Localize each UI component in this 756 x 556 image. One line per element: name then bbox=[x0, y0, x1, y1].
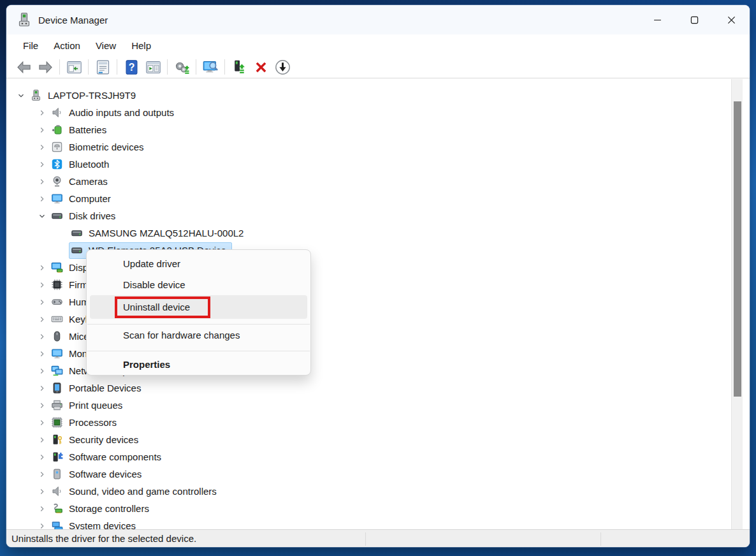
computer-icon bbox=[51, 193, 64, 205]
menu-action[interactable]: Action bbox=[46, 37, 88, 54]
device-update-icon bbox=[231, 59, 248, 76]
portable-icon bbox=[51, 382, 64, 395]
tree-item-audio-inputs-and-outputs[interactable]: Audio inputs and outputs bbox=[6, 104, 750, 121]
chevron-right-icon[interactable] bbox=[35, 519, 49, 530]
tree-item-label: Disk drives bbox=[69, 210, 115, 221]
processor-icon bbox=[51, 416, 64, 429]
minimize-button[interactable] bbox=[639, 5, 676, 34]
show-hide-console-tree-button[interactable] bbox=[63, 57, 85, 77]
properties-button[interactable] bbox=[92, 57, 113, 77]
vertical-scrollbar[interactable] bbox=[731, 79, 743, 529]
statusbar: Uninstalls the driver for the selected d… bbox=[6, 529, 750, 547]
chevron-right-icon[interactable] bbox=[35, 123, 49, 137]
disk-icon bbox=[71, 227, 84, 240]
update-driver-button[interactable] bbox=[171, 57, 193, 77]
update-driver-icon bbox=[173, 59, 191, 76]
tree-item-label: Software devices bbox=[69, 469, 142, 479]
software-device-icon bbox=[51, 468, 64, 481]
context-menu: Update driverDisable deviceUninstall dev… bbox=[86, 249, 311, 376]
chevron-right-icon[interactable] bbox=[35, 106, 49, 120]
tree-item-system-devices[interactable]: System devices bbox=[6, 517, 750, 529]
back-icon bbox=[15, 59, 33, 76]
scan-for-hardware-changes-button[interactable] bbox=[200, 57, 221, 77]
chevron-right-icon[interactable] bbox=[35, 192, 49, 206]
help-button[interactable]: ? bbox=[120, 57, 142, 77]
window-title: Device Manager bbox=[38, 15, 108, 26]
disable-device-button[interactable] bbox=[272, 57, 293, 77]
tree-item-sound-video-and-game-controllers[interactable]: Sound, video and game controllers bbox=[6, 483, 750, 500]
chevron-right-icon[interactable] bbox=[35, 364, 49, 378]
tree-item-batteries[interactable]: Batteries bbox=[6, 121, 750, 138]
context-menu-item-update-driver[interactable]: Update driver bbox=[87, 253, 310, 274]
show-hide-action-pane-button[interactable] bbox=[142, 57, 164, 77]
chevron-right-icon[interactable] bbox=[35, 295, 49, 309]
tree-item-label: Biometric devices bbox=[69, 142, 144, 152]
tree-row-body: LAPTOP-TRSJH9T9 bbox=[28, 87, 142, 104]
keyboard-icon bbox=[51, 313, 64, 326]
scrollbar-thumb[interactable] bbox=[734, 101, 741, 397]
context-menu-item-properties[interactable]: Properties bbox=[87, 354, 310, 375]
tree-item-processors[interactable]: Processors bbox=[6, 414, 750, 431]
tree-item-software-components[interactable]: Software components bbox=[6, 448, 750, 465]
tree-item-software-devices[interactable]: Software devices bbox=[6, 465, 750, 483]
chevron-right-icon[interactable] bbox=[35, 175, 49, 189]
context-menu-item-scan-for-hardware-changes[interactable]: Scan for hardware changes bbox=[87, 325, 310, 346]
tree-row-body: Cameras bbox=[49, 173, 113, 190]
tree-item-storage-controllers[interactable]: Storage controllers bbox=[6, 500, 750, 517]
tree-item-cameras[interactable]: Cameras bbox=[6, 173, 750, 190]
chevron-right-icon[interactable] bbox=[35, 450, 49, 464]
chevron-right-icon[interactable] bbox=[35, 467, 49, 481]
chevron-right-icon[interactable] bbox=[35, 157, 49, 172]
chevron-right-icon[interactable] bbox=[35, 312, 49, 326]
menubar: FileActionViewHelp bbox=[6, 34, 750, 56]
chevron-right-icon[interactable] bbox=[35, 502, 49, 516]
chevron-right-icon[interactable] bbox=[35, 140, 49, 154]
back-button[interactable] bbox=[13, 57, 34, 77]
tree-item-portable-devices[interactable]: Portable Devices bbox=[6, 379, 750, 397]
statusbar-divider bbox=[600, 532, 601, 546]
tree-item-biometric-devices[interactable]: Biometric devices bbox=[6, 138, 750, 156]
context-menu-item-disable-device[interactable]: Disable device bbox=[87, 274, 310, 295]
uninstall-device-button[interactable] bbox=[250, 57, 272, 77]
chevron-right-icon[interactable] bbox=[35, 433, 49, 447]
chevron-right-icon[interactable] bbox=[35, 278, 49, 292]
forward-button[interactable] bbox=[34, 57, 56, 77]
disable-icon bbox=[274, 59, 291, 76]
tree-row-body: Batteries bbox=[49, 122, 112, 138]
device-manager-icon bbox=[17, 12, 32, 27]
tree-item-computer[interactable]: Computer bbox=[6, 190, 750, 207]
chevron-right-icon[interactable] bbox=[35, 399, 49, 413]
action-pane-icon bbox=[145, 59, 162, 76]
menu-help[interactable]: Help bbox=[124, 37, 159, 54]
tree-row-body: Security devices bbox=[49, 432, 144, 448]
close-button[interactable] bbox=[713, 5, 750, 34]
chevron-right-icon[interactable] bbox=[35, 347, 49, 361]
tree-item-bluetooth[interactable]: Bluetooth bbox=[6, 156, 750, 173]
chevron-right-icon[interactable] bbox=[35, 416, 49, 430]
tree-item-samsung-mzalq512halu-000l2[interactable]: SAMSUNG MZALQ512HALU-000L2 bbox=[6, 224, 750, 242]
menu-view[interactable]: View bbox=[88, 37, 124, 54]
console-tree-icon bbox=[66, 59, 83, 76]
window-controls bbox=[639, 5, 750, 34]
chevron-right-icon[interactable] bbox=[35, 330, 49, 344]
forward-icon bbox=[37, 59, 54, 76]
chevron-down-icon[interactable] bbox=[35, 209, 49, 223]
tree-row-body: SAMSUNG MZALQ512HALU-000L2 bbox=[69, 225, 249, 242]
menu-file[interactable]: File bbox=[15, 37, 46, 54]
update-device-driver-button[interactable] bbox=[228, 57, 250, 77]
battery-icon bbox=[51, 124, 64, 136]
chevron-right-icon[interactable] bbox=[35, 261, 49, 275]
tree-item-laptop-trsjh9t9[interactable]: LAPTOP-TRSJH9T9 bbox=[6, 87, 750, 104]
printer-icon bbox=[51, 399, 64, 412]
tree-item-disk-drives[interactable]: Disk drives bbox=[6, 207, 750, 224]
maximize-button[interactable] bbox=[676, 5, 713, 34]
context-menu-item-uninstall-device[interactable]: Uninstall device bbox=[90, 295, 307, 319]
tree-item-label: Processors bbox=[69, 417, 117, 428]
tree-item-print-queues[interactable]: Print queues bbox=[6, 397, 750, 414]
tree-item-security-devices[interactable]: Security devices bbox=[6, 431, 750, 448]
tree-row-body: Computer bbox=[49, 191, 117, 207]
mouse-icon bbox=[51, 330, 64, 343]
chevron-right-icon[interactable] bbox=[35, 485, 49, 499]
chevron-down-icon[interactable] bbox=[14, 89, 28, 103]
chevron-right-icon[interactable] bbox=[35, 381, 49, 395]
